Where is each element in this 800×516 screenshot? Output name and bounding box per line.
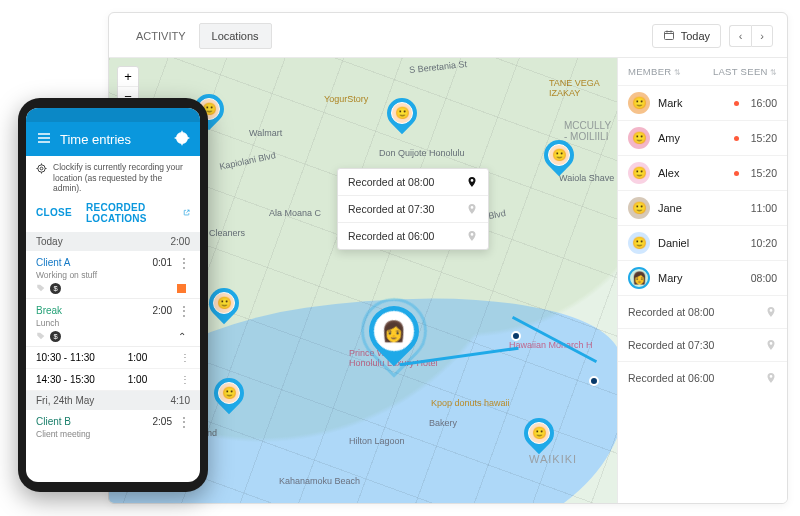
- entry-menu-icon[interactable]: ⋮: [178, 305, 190, 317]
- status-bar: [26, 108, 200, 122]
- entry-menu-icon[interactable]: ⋮: [178, 416, 190, 428]
- sub-range: 14:30 - 15:30: [36, 374, 95, 385]
- member-pin[interactable]: 🙂: [518, 412, 560, 454]
- date-picker[interactable]: Today: [652, 24, 721, 48]
- billable-icon: $: [50, 331, 61, 342]
- entry-label: Client A: [36, 257, 153, 268]
- time-entry[interactable]: Break 2:00 ⋮ Lunch $ ⌃: [26, 299, 200, 347]
- locate-icon[interactable]: [174, 130, 190, 149]
- member-name: Alex: [658, 167, 726, 179]
- menu-icon[interactable]: [36, 130, 52, 149]
- member-pin-selected[interactable]: 👩: [359, 296, 430, 367]
- time-entry[interactable]: Client A 0:01 ⋮ Working on stuff $: [26, 251, 200, 299]
- entry-label: Client B: [36, 416, 153, 427]
- live-indicator: [734, 136, 739, 141]
- member-name: Mark: [658, 97, 726, 109]
- members-header: MEMBER⇅ LAST SEEN⇅: [618, 58, 787, 85]
- map-area-label: MCCULLY - MOILIILI: [564, 120, 611, 142]
- location-icon: [765, 339, 777, 351]
- recorded-locations-button[interactable]: RECORDED LOCATIONS: [86, 202, 169, 224]
- popover-row[interactable]: Recorded at 07:30: [338, 195, 488, 222]
- date-prev-button[interactable]: ‹: [729, 25, 751, 47]
- map-road-label: S Beretania St: [409, 59, 468, 75]
- member-time: 11:00: [751, 202, 777, 214]
- avatar: 🙂: [628, 197, 650, 219]
- recorded-label: Recorded at 07:30: [628, 339, 714, 351]
- phone-screen: Time entries Clockify is currently recor…: [26, 108, 200, 482]
- recorded-row[interactable]: Recorded at 08:00: [618, 295, 787, 328]
- day-header: Fri, 24th May 4:10: [26, 391, 200, 410]
- recorded-label: Recorded at 06:00: [628, 372, 714, 384]
- route-segment: [512, 316, 597, 363]
- tag-icon: [36, 331, 46, 341]
- tab-activity[interactable]: ACTIVITY: [123, 23, 199, 49]
- col-lastseen: LAST SEEN: [713, 66, 768, 77]
- popover-row[interactable]: Recorded at 08:00: [338, 169, 488, 195]
- location-notice: Clockify is currently recording your loc…: [26, 156, 200, 200]
- sub-entry[interactable]: 10:30 - 11:30 1:00 ⋮: [26, 347, 200, 369]
- zoom-in-button[interactable]: +: [118, 67, 138, 87]
- member-name: Mary: [658, 272, 743, 284]
- sub-entry[interactable]: 14:30 - 15:30 1:00 ⋮: [26, 369, 200, 391]
- route-waypoint: [589, 376, 599, 386]
- recorded-row[interactable]: Recorded at 06:00: [618, 361, 787, 394]
- day-label: Fri, 24th May: [36, 395, 94, 406]
- open-external-icon: [183, 207, 190, 218]
- avatar: 🙂: [628, 162, 650, 184]
- map-poi-label: Waiola Shave Ice: [559, 173, 617, 183]
- sort-icon[interactable]: ⇅: [770, 68, 777, 77]
- member-row[interactable]: 👩 Mary 08:00: [618, 260, 787, 295]
- entry-menu-icon[interactable]: ⋮: [180, 352, 190, 363]
- member-row[interactable]: 🙂 Jane 11:00: [618, 190, 787, 225]
- date-pager: ‹ ›: [729, 25, 773, 47]
- map-road-label: Kapiolani Blvd: [219, 150, 277, 172]
- location-icon: [466, 203, 478, 215]
- map-poi-label: Kahanamoku Beach: [279, 476, 360, 486]
- map-area-label: WAIKIKI: [529, 453, 577, 465]
- member-pin[interactable]: 🙂: [208, 372, 250, 414]
- map-poi-label: Ala Moana C: [269, 208, 321, 218]
- entry-menu-icon[interactable]: ⋮: [180, 374, 190, 385]
- svg-point-2: [177, 132, 188, 143]
- date-label: Today: [681, 30, 710, 42]
- close-button[interactable]: CLOSE: [36, 207, 72, 218]
- member-row[interactable]: 🙂 Mark 16:00: [618, 85, 787, 120]
- sort-icon[interactable]: ⇅: [674, 68, 681, 77]
- collapse-icon[interactable]: ⌃: [178, 331, 186, 342]
- route-waypoint: [511, 331, 521, 341]
- day-total: 4:10: [171, 395, 190, 406]
- member-row[interactable]: 🙂 Amy 15:20: [618, 120, 787, 155]
- entry-description: Working on stuff: [36, 270, 190, 280]
- member-name: Amy: [658, 132, 726, 144]
- member-pin[interactable]: 🙂: [381, 92, 423, 134]
- recording-indicator: [177, 284, 186, 293]
- tab-locations[interactable]: Locations: [199, 23, 272, 49]
- sub-duration: 1:00: [128, 374, 147, 385]
- time-entry[interactable]: Client B 2:05 ⋮ Client meeting: [26, 410, 200, 443]
- popover-row[interactable]: Recorded at 06:00: [338, 222, 488, 249]
- popover-label: Recorded at 08:00: [348, 176, 434, 188]
- member-pin[interactable]: 🙂: [203, 282, 245, 324]
- location-icon: [466, 230, 478, 242]
- entry-label: Break: [36, 305, 153, 316]
- location-icon: [765, 372, 777, 384]
- map-poi-label: YogurStory: [324, 94, 368, 104]
- svg-point-3: [40, 167, 43, 170]
- avatar: 🙂: [628, 232, 650, 254]
- tag-icon: [36, 283, 46, 293]
- app-title: Time entries: [60, 132, 166, 147]
- billable-icon: $: [50, 283, 61, 294]
- col-member: MEMBER: [628, 66, 672, 77]
- member-time: 15:20: [751, 132, 777, 144]
- date-next-button[interactable]: ›: [751, 25, 773, 47]
- calendar-icon: [663, 29, 675, 43]
- location-icon: [765, 306, 777, 318]
- map-poi-label: Cleaners: [209, 228, 245, 238]
- notice-text: Clockify is currently recording your loc…: [53, 162, 190, 194]
- recorded-row[interactable]: Recorded at 07:30: [618, 328, 787, 361]
- member-pin[interactable]: 🙂: [538, 134, 580, 176]
- map-poi-label: Hawaiian Monarch H: [509, 340, 593, 350]
- member-row[interactable]: 🙂 Alex 15:20: [618, 155, 787, 190]
- member-row[interactable]: 🙂 Daniel 10:20: [618, 225, 787, 260]
- entry-menu-icon[interactable]: ⋮: [178, 257, 190, 269]
